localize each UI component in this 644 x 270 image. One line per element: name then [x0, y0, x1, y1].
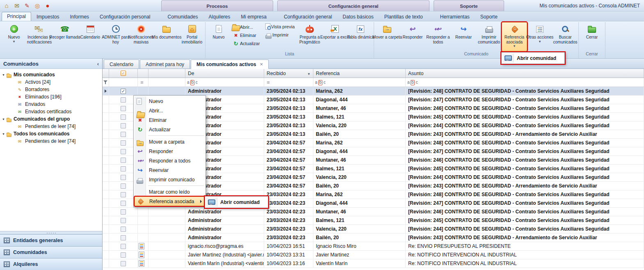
table-row-19[interactable]: ignacio.risco@pragma.es10/04/2023 16:51I…	[103, 242, 644, 251]
row-checkbox[interactable]	[121, 252, 126, 258]
tree-folder-todos-los-comunicados[interactable]: Todos los comunicados	[0, 130, 102, 137]
row-checkbox[interactable]	[121, 166, 126, 172]
ribbon-tab-mi-empresa[interactable]: Mi empresa	[235, 12, 272, 21]
collapse-sidebar-icon[interactable]	[97, 61, 99, 67]
ribbon-button-mover-a-carpeta[interactable]: Mover a carpeta	[375, 22, 400, 51]
filter-extra-cell[interactable]	[148, 78, 185, 87]
row-checkbox[interactable]	[121, 132, 126, 137]
tree-item-enviados[interactable]: Enviados	[0, 101, 102, 108]
ribbon-button-exportar-a-excel[interactable]: Exportar a excel	[322, 22, 348, 51]
ribbon-tab-configuración-general[interactable]: Configuración general	[279, 12, 337, 21]
menu-item-abrir[interactable]: Abrir...	[135, 106, 205, 115]
submenu-item-abrir-comunidad[interactable]: Abrir comunidad	[206, 197, 267, 207]
ribbon-button-actualizar[interactable]: Actualizar	[232, 40, 263, 47]
table-row-18[interactable]: Administrador23/03/2024 02:23Bailén, 20[…	[103, 233, 644, 242]
column-header-referencia[interactable]: Referencia	[313, 69, 406, 78]
expander-icon[interactable]	[2, 73, 7, 76]
row-checkbox[interactable]	[121, 114, 126, 120]
ribbon-button-nuevo[interactable]: Nuevo	[1, 22, 27, 51]
column-header-de[interactable]: De	[185, 69, 264, 78]
table-row-1[interactable]: Administrador23/05/2024 02:13Marina, 262…	[103, 87, 644, 96]
row-checkbox[interactable]	[121, 218, 126, 223]
ribbon-button-notificaciones-masivas[interactable]: Notificaciones masivas	[128, 22, 154, 51]
ribbon-button-incidencias-y-notificaciones[interactable]: Incidencias y notificaciones	[27, 22, 52, 51]
tree-folder-mis-comunicados[interactable]: Mis comunicados	[0, 71, 102, 78]
row-checkbox[interactable]	[121, 175, 126, 180]
doc-tab-mis-comunicados-activos[interactable]: Mis comunicados activos	[191, 59, 269, 69]
row-checkbox[interactable]	[121, 192, 126, 197]
expander-icon[interactable]	[2, 133, 7, 135]
menu-item-reenviar[interactable]: Reenviar	[135, 165, 205, 175]
row-checkbox[interactable]	[121, 209, 126, 215]
menu-item-responder-a-todos[interactable]: Responder a todos	[135, 156, 205, 165]
row-checkbox[interactable]	[121, 244, 126, 249]
ribbon-tab-herramientas[interactable]: Herramientas	[435, 12, 475, 21]
column-header-recibido[interactable]: Recibido	[264, 69, 313, 78]
sidebar-splitter[interactable]	[0, 231, 102, 234]
panel-alquileres[interactable]: Alquileres	[0, 258, 102, 270]
ribbon-button-adminet-para-hoy[interactable]: ADMINET para hoy	[103, 22, 128, 51]
ribbon-button-referencia-asociada[interactable]: Referencia asociada	[502, 22, 527, 51]
console-icon[interactable]	[3, 2, 10, 9]
table-row-15[interactable]: Administrador23/03/2024 02:23Muntaner, 4…	[103, 208, 644, 216]
menu-item-actualizar[interactable]: Actualizar	[135, 125, 205, 134]
menu-item-mover-a-carpeta[interactable]: Mover a carpeta	[135, 137, 205, 146]
doc-tab-adminet-para-hoy[interactable]: Adminet para hoy	[140, 59, 190, 69]
row-checkbox[interactable]	[121, 183, 126, 189]
ribbon-tab-impuestos[interactable]: Impuestos	[31, 12, 64, 21]
tree-item-pendientes-de-leer-74[interactable]: Pendientes de leer [74]	[0, 137, 102, 145]
row-checkbox[interactable]	[121, 261, 126, 266]
menu-item-nuevo[interactable]: Nuevo	[135, 96, 205, 106]
ribbon-button-calendario[interactable]: Calendario	[78, 22, 103, 51]
tree-item-activos-24[interactable]: Activos [24]	[0, 78, 102, 86]
ribbon-button-eliminar[interactable]: Eliminar	[232, 32, 263, 39]
column-header-asunto[interactable]: Asunto	[406, 69, 644, 78]
close-tab-icon[interactable]	[260, 61, 263, 67]
ribbon-tab-datos-básicos[interactable]: Datos básicos	[337, 12, 379, 21]
compose-icon[interactable]	[23, 2, 31, 9]
row-checkbox[interactable]	[121, 149, 126, 154]
ribbon-button-recoger-llamada[interactable]: Recoger llamada	[52, 22, 78, 51]
ribbon-button-imprimir-comunicado[interactable]: Imprimir comunicado	[476, 22, 502, 51]
row-checkbox[interactable]	[121, 97, 126, 103]
filter-referencia-cell[interactable]	[313, 78, 406, 87]
ribbon-tab-alquileres[interactable]: Alquileres	[203, 12, 236, 21]
ribbon-button-otras-acciones[interactable]: Otras acciones	[527, 22, 553, 51]
tree-item-borradores[interactable]: Borradores	[0, 86, 102, 93]
tree-item-pendientes-de-leer-74[interactable]: Pendientes de leer [74]	[0, 123, 102, 130]
row-checkbox[interactable]	[121, 89, 126, 94]
table-row-21[interactable]: Valentín Marín (Industrial) <valentin...…	[103, 259, 644, 268]
row-checkbox[interactable]	[121, 158, 126, 163]
rings-icon[interactable]	[34, 2, 41, 9]
table-row-16[interactable]: Administrador23/03/2024 02:23Balmes, 121…	[103, 216, 644, 225]
ribbon-button-reenviar[interactable]: Reenviar	[451, 22, 476, 51]
ribbon-button-abrir[interactable]: Abrir...	[232, 23, 263, 30]
filter-asunto-cell[interactable]	[406, 78, 644, 87]
tree-folder-comunicados-del-grupo[interactable]: Comunicados del grupo	[0, 115, 102, 123]
panel-comunidades[interactable]: Comunidades	[0, 246, 102, 258]
tree-item-enviados-certificados[interactable]: Enviados certificados	[0, 108, 102, 115]
sort-filter-arrow-icon[interactable]	[307, 71, 311, 76]
tree-item-eliminados-196[interactable]: Eliminados [196]	[0, 93, 102, 101]
ribbon-tab-configuración-personal[interactable]: Configuración personal	[94, 12, 155, 21]
ribbon-button-portal-inmobiliario[interactable]: Portal inmobiliario	[179, 22, 205, 51]
menu-item-referencia-asociada[interactable]: Referencia asociada	[135, 197, 205, 206]
row-checkbox[interactable]	[121, 227, 126, 232]
filter-recibido-cell[interactable]	[264, 78, 313, 87]
ribbon-tab-informes[interactable]: Informes	[64, 12, 94, 21]
row-checkbox[interactable]	[121, 235, 126, 240]
menu-item-responder[interactable]: Responder	[135, 146, 205, 156]
filter-check-cell[interactable]	[109, 78, 138, 87]
table-row-20[interactable]: Javier Martinez (Industrial) <javier.m..…	[103, 251, 644, 259]
menu-item-marcar-como-leído[interactable]: Marcar como leído	[135, 187, 205, 197]
ribbon-tab-principal[interactable]: Principal	[2, 12, 31, 21]
filter-de-cell[interactable]	[185, 78, 264, 87]
row-checkbox[interactable]	[121, 106, 126, 111]
ribbon-button-imprimir[interactable]: Imprimir	[265, 31, 296, 39]
bot-icon[interactable]	[44, 2, 51, 9]
filter-icon-cell[interactable]	[138, 78, 148, 87]
filter-funnel-cell[interactable]	[103, 78, 109, 87]
select-all-checkbox-icon[interactable]	[121, 71, 126, 76]
table-row-17[interactable]: Administrador23/03/2024 02:23Valencia, 2…	[103, 225, 644, 233]
menu-item-imprimir-comunicado[interactable]: Imprimir comunicado	[135, 175, 205, 184]
